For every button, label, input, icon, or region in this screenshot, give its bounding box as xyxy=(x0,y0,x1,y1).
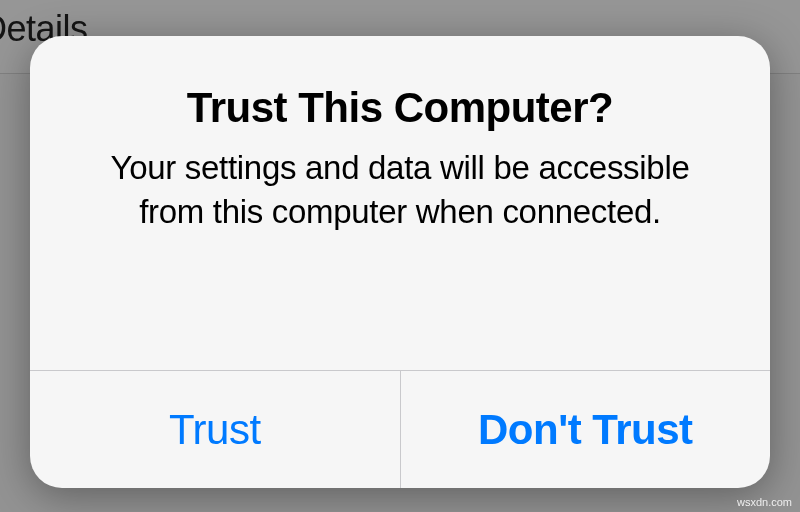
alert-title: Trust This Computer? xyxy=(187,84,613,132)
watermark-text: wsxdn.com xyxy=(737,496,792,508)
alert-message: Your settings and data will be accessibl… xyxy=(80,146,720,233)
alert-button-row: Trust Don't Trust xyxy=(30,370,770,488)
alert-body: Trust This Computer? Your settings and d… xyxy=(30,36,770,370)
trust-button[interactable]: Trust xyxy=(30,371,400,488)
trust-computer-alert: Trust This Computer? Your settings and d… xyxy=(30,36,770,488)
dont-trust-button[interactable]: Don't Trust xyxy=(400,371,771,488)
